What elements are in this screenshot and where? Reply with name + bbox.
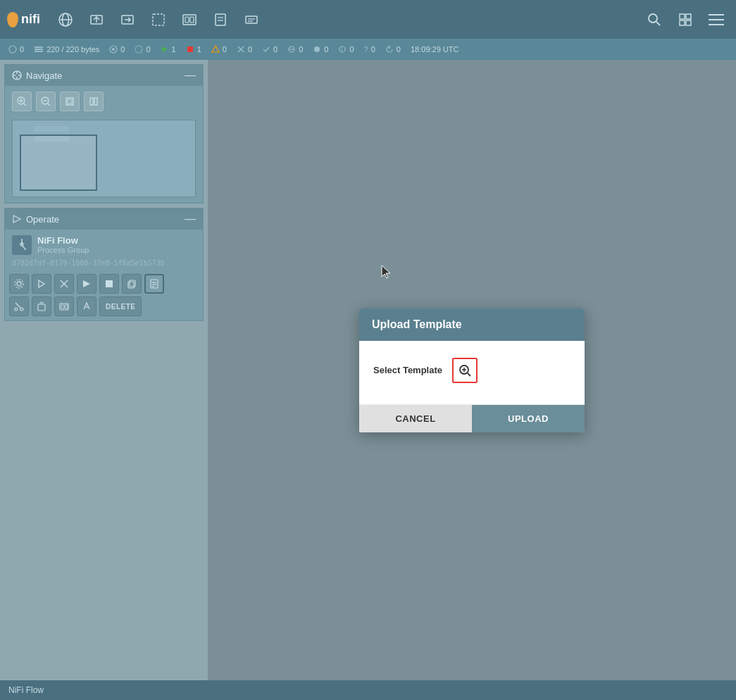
zoom-in-btn[interactable]	[12, 92, 32, 111]
flow-name: NiFi Flow	[37, 235, 89, 246]
navigate-icon	[12, 70, 22, 80]
status-item-stopped: 1	[186, 45, 201, 54]
svg-point-58	[17, 282, 21, 286]
svg-rect-19	[680, 14, 685, 19]
app-logo: nifi	[7, 12, 40, 27]
flow-type: Process Group	[37, 246, 89, 254]
svg-point-17	[649, 14, 657, 23]
upload-template-modal: Upload Template Select Template CA	[359, 308, 585, 432]
cut-btn[interactable]	[9, 296, 29, 316]
operate-buttons-row1	[5, 271, 203, 296]
status-item-disabled: 0	[287, 45, 303, 54]
svg-rect-9	[185, 17, 189, 23]
status-item-bytes: 220 / 220 bytes	[34, 45, 99, 54]
operate-buttons-row2: DELETE	[5, 296, 203, 320]
svg-rect-25	[35, 49, 43, 50]
cancel-button[interactable]: CANCEL	[359, 405, 472, 432]
modal-header: Upload Template	[359, 308, 585, 341]
toolbar-icon-globe[interactable]	[53, 7, 78, 32]
bottom-flow-name: NiFi Flow	[8, 685, 44, 695]
status-item-processors: 0	[8, 45, 24, 54]
navigate-minimize[interactable]: —	[185, 69, 196, 82]
svg-line-80	[468, 373, 470, 376]
modal-overlay: Upload Template Select Template CA	[208, 60, 736, 680]
svg-rect-14	[246, 16, 257, 23]
app-name: nifi	[21, 12, 40, 27]
svg-point-72	[15, 308, 18, 311]
navigate-panel-header: Navigate —	[5, 65, 203, 86]
navigate-controls	[5, 86, 203, 117]
svg-rect-54	[90, 98, 93, 105]
group-btn[interactable]	[54, 296, 74, 316]
svg-point-28	[112, 48, 115, 51]
svg-rect-76	[61, 305, 64, 308]
template-btn[interactable]	[144, 274, 164, 294]
svg-point-59	[15, 280, 23, 288]
enable-btn[interactable]	[32, 274, 51, 294]
svg-point-29	[135, 46, 142, 53]
operate-minimize[interactable]: —	[185, 213, 196, 225]
status-bar: 0 220 / 220 bytes 0 0 1 1 0 0 0 0 0 i	[0, 39, 736, 60]
search-icon[interactable]	[642, 7, 667, 32]
svg-rect-20	[686, 14, 691, 19]
navigate-panel: Navigate —	[4, 64, 204, 204]
navigate-title: Navigate	[26, 70, 62, 81]
svg-rect-11	[216, 14, 225, 25]
config-btn[interactable]	[9, 274, 29, 294]
toolbar-icon-selection[interactable]	[146, 7, 171, 32]
svg-rect-64	[106, 280, 113, 287]
svg-rect-21	[680, 20, 685, 25]
copy-btn[interactable]	[122, 274, 142, 294]
operate-panel: Operate — NiFi Flow Process Group d702d7…	[4, 208, 204, 321]
svg-point-37	[314, 46, 320, 52]
logo-drop-icon	[7, 12, 18, 27]
svg-marker-56	[13, 215, 20, 223]
modal-footer: CANCEL UPLOAD	[359, 404, 585, 432]
toolbar-icon-label[interactable]	[239, 7, 264, 32]
svg-line-50	[48, 104, 50, 106]
menu-icon[interactable]	[704, 7, 729, 32]
svg-rect-66	[130, 280, 135, 287]
main-area: Navigate —	[0, 60, 736, 680]
status-item-refresh: 0	[385, 45, 401, 54]
zoom-out-btn[interactable]	[36, 92, 56, 111]
svg-line-18	[656, 22, 660, 25]
fit-view-btn[interactable]	[60, 92, 80, 111]
stop-btn[interactable]	[99, 274, 119, 294]
status-item-warnings: 0	[211, 45, 227, 54]
upload-button[interactable]: UPLOAD	[472, 405, 585, 432]
actual-size-btn[interactable]	[84, 92, 104, 111]
paste-btn[interactable]	[32, 296, 51, 316]
status-item-invalid: 0	[135, 45, 150, 54]
file-select-button[interactable]	[452, 358, 478, 383]
canvas-node-1	[34, 126, 69, 132]
toolbar-icon-upload[interactable]	[84, 7, 109, 32]
canvas-viewport	[20, 135, 97, 191]
svg-marker-63	[83, 280, 90, 287]
modal-body: Select Template	[359, 341, 585, 404]
operate-icon-header	[12, 214, 22, 224]
toolbar-icon-transfer[interactable]	[115, 7, 140, 32]
svg-rect-24	[35, 46, 43, 48]
status-item-question: ? 0	[364, 45, 375, 54]
grid-icon[interactable]	[673, 7, 698, 32]
svg-rect-31	[187, 46, 193, 52]
flow-icon	[12, 235, 32, 255]
svg-marker-30	[162, 46, 168, 52]
operate-info: NiFi Flow Process Group	[5, 230, 203, 258]
toolbar-icon-process-group[interactable]	[177, 7, 202, 32]
left-panel: Navigate —	[0, 60, 208, 680]
svg-rect-74	[38, 304, 45, 311]
svg-text:i: i	[342, 47, 343, 52]
start-btn[interactable]	[77, 274, 96, 294]
svg-rect-26	[35, 51, 43, 52]
delete-btn[interactable]: DELETE	[99, 296, 142, 316]
status-item-running: 1	[161, 45, 176, 54]
svg-rect-10	[190, 17, 194, 23]
status-item-queued: 0	[109, 45, 125, 54]
bottom-bar: NiFi Flow	[0, 680, 736, 700]
flow-uuid: d702d7df-0179-1000-37e0-5f8a5e1b573b	[5, 258, 203, 271]
color-btn[interactable]	[77, 296, 96, 316]
toolbar-icon-template[interactable]	[208, 7, 233, 32]
disable-btn[interactable]	[54, 274, 74, 294]
